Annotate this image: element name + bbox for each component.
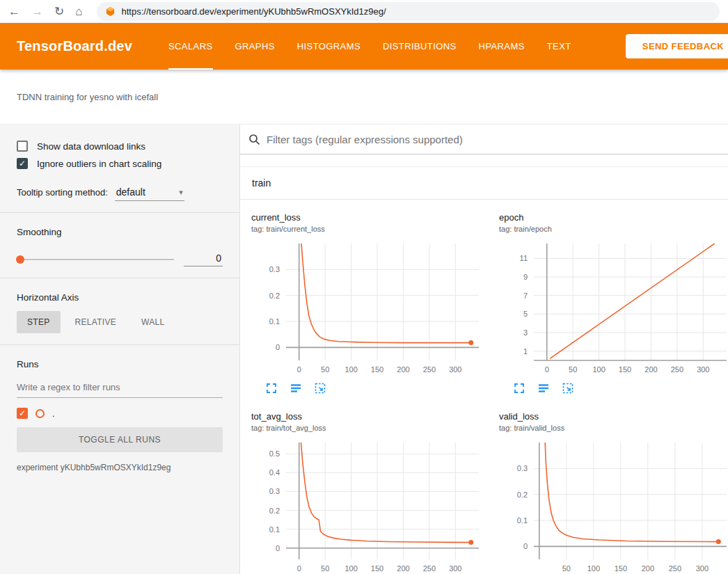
runs-filter-input[interactable]: [17, 378, 223, 398]
nav-tab[interactable]: TEXT: [547, 23, 571, 70]
svg-text:300: 300: [697, 365, 709, 374]
fit-domain-icon[interactable]: [314, 382, 326, 394]
tag-filter-input[interactable]: [267, 134, 720, 145]
chart-tag: tag: train/current_loss: [251, 225, 489, 233]
nav-tab[interactable]: HISTOGRAMS: [297, 23, 361, 70]
chart-title: current_loss: [251, 212, 489, 223]
chart-plot[interactable]: 0501001502002503001357911: [499, 240, 728, 379]
tag-filter-row: [240, 125, 728, 154]
smoothing-slider-thumb[interactable]: [16, 255, 24, 264]
show-download-links-checkbox-row[interactable]: Show data download links: [17, 141, 223, 152]
expand-chart-icon[interactable]: [513, 382, 525, 394]
svg-text:0: 0: [276, 343, 280, 351]
horizontal-axis-option[interactable]: RELATIVE: [65, 311, 127, 333]
chart-plot[interactable]: 5010015020025030000.10.20.3: [499, 439, 728, 574]
experiment-id-label: experiment yKUbhb5wRmOSXYkId1z9eg: [17, 463, 223, 472]
toggle-all-runs-button[interactable]: TOGGLE ALL RUNS: [17, 427, 223, 452]
chart-tag: tag: train/tot_avg_loss: [251, 424, 489, 432]
train-section-card: train current_loss tag: train/current_lo…: [240, 166, 728, 574]
scalars-dashboard: train current_loss tag: train/current_lo…: [240, 125, 728, 574]
tensorboard-site-icon: [105, 6, 116, 17]
svg-text:100: 100: [345, 365, 357, 374]
horizontal-axis-option[interactable]: WALL: [131, 311, 175, 333]
header-nav: SCALARSGRAPHSHISTOGRAMSDISTRIBUTIONSHPAR…: [168, 23, 571, 70]
show-download-links-checkbox[interactable]: [17, 141, 28, 152]
browser-toolbar: ← → ↻ ⌂ https://tensorboard.dev/experime…: [0, 0, 728, 23]
address-bar[interactable]: https://tensorboard.dev/experiment/yKUbh…: [97, 2, 720, 21]
svg-text:150: 150: [371, 365, 383, 374]
svg-text:100: 100: [592, 365, 605, 374]
log-scale-toggle-icon[interactable]: [290, 382, 302, 394]
svg-text:250: 250: [669, 564, 681, 573]
nav-tab[interactable]: DISTRIBUTIONS: [383, 23, 457, 70]
svg-text:300: 300: [449, 564, 461, 573]
runs-section: Runs ✓ . TOGGLE ALL RUNS experiment yKUb…: [0, 345, 239, 484]
search-icon: [248, 134, 260, 145]
run-list-item[interactable]: ✓ .: [17, 408, 223, 419]
svg-text:0: 0: [523, 542, 528, 550]
reload-icon[interactable]: ↻: [54, 6, 64, 17]
scalar-chart-card: epoch tag: train/epoch 05010015020025030…: [499, 212, 728, 394]
horizontal-axis-section: Horizontal Axis STEPRELATIVEWALL: [0, 278, 239, 344]
svg-text:7: 7: [523, 292, 528, 300]
horizontal-axis-buttons: STEPRELATIVEWALL: [17, 311, 223, 333]
scalar-chart-card: valid_loss tag: train/valid_loss 5010015…: [499, 411, 728, 574]
svg-text:150: 150: [619, 365, 631, 374]
run-color-swatch: [35, 409, 45, 418]
svg-text:0.1: 0.1: [269, 317, 280, 326]
svg-text:9: 9: [523, 273, 528, 281]
svg-text:11: 11: [520, 254, 528, 262]
svg-text:50: 50: [321, 365, 329, 374]
app-logo[interactable]: TensorBoard.dev: [17, 38, 132, 54]
nav-tab[interactable]: SCALARS: [168, 23, 213, 70]
chart-tag: tag: train/valid_loss: [499, 424, 728, 432]
send-feedback-button[interactable]: SEND FEEDBACK: [626, 34, 728, 58]
svg-text:0.3: 0.3: [269, 487, 280, 495]
experiment-description: TDNN training for yesno with icefall: [0, 70, 728, 124]
svg-text:250: 250: [671, 365, 683, 374]
svg-text:250: 250: [423, 564, 436, 573]
main-layout: Show data download links ✓ Ignore outlie…: [0, 124, 728, 574]
svg-text:0.2: 0.2: [269, 507, 280, 515]
run-name: .: [52, 408, 55, 419]
app-header: TensorBoard.dev SCALARSGRAPHSHISTOGRAMSD…: [0, 23, 728, 70]
forward-arrow-icon[interactable]: →: [31, 6, 43, 17]
log-scale-toggle-icon[interactable]: [537, 382, 550, 394]
chart-plot[interactable]: 05010015020025030000.10.20.30.40.5: [251, 439, 484, 574]
fit-domain-icon[interactable]: [562, 382, 574, 394]
chart-plot[interactable]: 05010015020025030000.10.20.3: [251, 240, 484, 379]
svg-text:0.2: 0.2: [517, 491, 528, 499]
general-settings-section: Show data download links ✓ Ignore outlie…: [0, 125, 239, 212]
tooltip-sorting-label: Tooltip sorting method:: [17, 187, 108, 201]
svg-text:300: 300: [696, 564, 709, 573]
svg-text:0: 0: [276, 544, 280, 552]
tooltip-sorting-dropdown[interactable]: default ▾: [115, 184, 184, 201]
smoothing-slider[interactable]: [17, 259, 174, 260]
ignore-outliers-checkbox[interactable]: ✓: [17, 158, 28, 169]
svg-text:0.4: 0.4: [269, 468, 280, 477]
train-section-header[interactable]: train: [240, 167, 728, 200]
chart-title: epoch: [499, 212, 728, 223]
home-icon[interactable]: ⌂: [75, 6, 82, 17]
svg-text:0: 0: [545, 365, 549, 374]
smoothing-value-input[interactable]: 0: [184, 253, 223, 266]
nav-tab[interactable]: GRAPHS: [235, 23, 275, 70]
svg-text:200: 200: [397, 564, 409, 573]
back-arrow-icon[interactable]: ←: [8, 6, 20, 17]
svg-text:0.2: 0.2: [269, 292, 280, 300]
svg-text:50: 50: [569, 365, 577, 374]
run-checkbox[interactable]: ✓: [17, 408, 28, 419]
expand-chart-icon[interactable]: [265, 382, 278, 394]
svg-text:0.1: 0.1: [269, 525, 280, 534]
chart-toolbar: [513, 382, 728, 394]
svg-text:0: 0: [297, 365, 301, 374]
svg-text:0.3: 0.3: [517, 464, 528, 472]
svg-text:0.1: 0.1: [517, 516, 528, 525]
svg-text:1: 1: [523, 347, 528, 356]
nav-tab[interactable]: HPARAMS: [479, 23, 525, 70]
charts-grid: current_loss tag: train/current_loss 050…: [240, 200, 728, 574]
chevron-down-icon: ▾: [179, 188, 183, 197]
runs-label: Runs: [17, 359, 223, 369]
ignore-outliers-checkbox-row[interactable]: ✓ Ignore outliers in chart scaling: [17, 158, 223, 169]
horizontal-axis-option[interactable]: STEP: [17, 311, 61, 333]
